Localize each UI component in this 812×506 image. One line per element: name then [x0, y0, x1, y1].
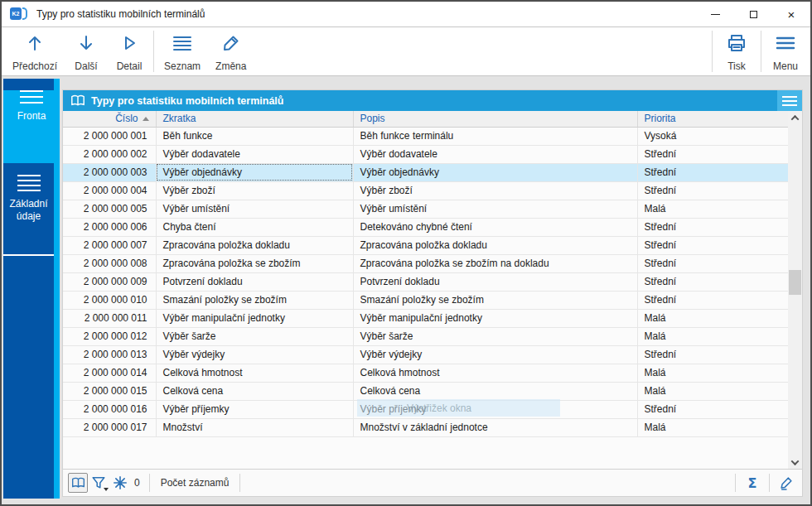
cell-popis[interactable]: Potvrzení dokladu — [353, 272, 637, 291]
menu-button[interactable]: Menu — [764, 27, 807, 75]
table-row[interactable]: 2 000 000 001Běh funkceBěh funkce termin… — [63, 127, 789, 145]
table-row[interactable]: 2 000 000 017MnožstvíMnožství v základní… — [63, 418, 789, 436]
cell-cislo[interactable]: 2 000 000 006 — [63, 218, 156, 236]
cell-priorita[interactable]: Střední — [637, 218, 789, 236]
table-row[interactable]: 2 000 000 006Chyba čteníDetekováno chybn… — [63, 218, 789, 236]
cell-zkratka[interactable]: Výběr zboží — [156, 181, 353, 200]
cell-cislo[interactable]: 2 000 000 001 — [63, 127, 156, 145]
cell-priorita[interactable]: Malá — [637, 309, 789, 327]
cell-priorita[interactable]: Střední — [637, 145, 789, 163]
close-button[interactable]: × — [772, 2, 810, 27]
table-row[interactable]: 2 000 000 007Zpracována položka dokladuZ… — [63, 236, 789, 254]
cell-zkratka[interactable]: Celková cena — [156, 382, 353, 400]
table-row[interactable]: 2 000 000 013Výběr výdejkyVýběr výdejkyS… — [63, 345, 789, 364]
cell-zkratka[interactable]: Běh funkce — [156, 127, 353, 145]
minimize-button[interactable] — [696, 2, 734, 27]
scroll-down-button[interactable] — [788, 455, 802, 470]
cell-zkratka[interactable]: Výběr objednávky — [156, 163, 353, 181]
cell-priorita[interactable]: Malá — [637, 364, 789, 382]
cell-popis[interactable]: Smazání položky se zbožím — [353, 291, 637, 309]
cell-popis[interactable]: Zpracována položka dokladu — [353, 236, 637, 254]
cell-cislo[interactable]: 2 000 000 015 — [63, 382, 156, 400]
column-header-cislo[interactable]: Číslo — [63, 111, 156, 127]
table-row[interactable]: 2 000 000 009Potvrzení dokladuPotvrzení … — [63, 272, 789, 291]
cell-cislo[interactable]: 2 000 000 004 — [63, 181, 156, 200]
table-row[interactable]: 2 000 000 011Výběr manipulační jednotkyV… — [63, 309, 789, 327]
list-button[interactable]: Seznam — [157, 27, 208, 75]
next-button[interactable]: Další — [65, 27, 108, 75]
sum-button[interactable]: Σ — [742, 473, 763, 493]
cell-zkratka[interactable]: Množství — [156, 418, 353, 436]
cell-popis[interactable]: Výběr manipulační jednotky — [353, 309, 637, 327]
column-header-priorita[interactable]: Priorita — [637, 111, 789, 127]
cell-priorita[interactable]: Střední — [637, 254, 789, 272]
cell-zkratka[interactable]: Zpracována položka se zbožím — [156, 254, 353, 272]
table-row[interactable]: 2 000 000 003Výběr objednávkyVýběr objed… — [63, 163, 789, 181]
change-button[interactable]: Změna — [208, 27, 254, 75]
table-row[interactable]: 2 000 000 014Celková hmotnostCelková hmo… — [63, 364, 789, 382]
cell-cislo[interactable]: 2 000 000 016 — [63, 400, 156, 418]
cell-cislo[interactable]: 2 000 000 009 — [63, 272, 156, 291]
cell-cislo[interactable]: 2 000 000 012 — [63, 327, 156, 345]
book-view-button[interactable] — [68, 473, 88, 493]
cell-popis[interactable]: Výběr umístění — [353, 200, 637, 218]
vertical-scrollbar[interactable] — [788, 111, 802, 470]
cell-priorita[interactable]: Střední — [637, 291, 789, 309]
cell-cislo[interactable]: 2 000 000 005 — [63, 200, 156, 218]
cell-cislo[interactable]: 2 000 000 008 — [63, 254, 156, 272]
cell-priorita[interactable]: Malá — [637, 382, 789, 400]
sidebar-tab-zakladni-udaje[interactable]: Základní údaje — [3, 175, 54, 256]
cell-zkratka[interactable]: Zpracována položka dokladu — [156, 236, 353, 254]
cell-zkratka[interactable]: Výběr umístění — [156, 200, 353, 218]
previous-button[interactable]: Předchozí — [5, 27, 65, 75]
table-row[interactable]: 2 000 000 008Zpracována položka se zboží… — [63, 254, 789, 272]
cell-zkratka[interactable]: Chyba čtení — [156, 218, 353, 236]
table-row[interactable]: 2 000 000 005Výběr umístěníVýběr umístěn… — [63, 200, 789, 218]
cell-popis[interactable]: Výběr objednávky — [353, 163, 637, 181]
cell-popis[interactable]: Výběr výdejky — [353, 345, 637, 364]
cell-popis[interactable]: Celková hmotnost — [353, 364, 637, 382]
cell-zkratka[interactable]: Výběr příjemky — [156, 400, 353, 418]
table-row[interactable]: 2 000 000 016Výběr příjemkyVýběr příjemk… — [63, 400, 789, 418]
cell-popis[interactable]: Množství v základní jednotce — [353, 418, 637, 436]
cell-priorita[interactable]: Malá — [637, 200, 789, 218]
cell-priorita[interactable]: Střední — [637, 345, 789, 364]
cell-popis[interactable]: Výběr šarže — [353, 327, 637, 345]
table-row[interactable]: 2 000 000 012Výběr šaržeVýběr šaržeMalá — [63, 327, 789, 345]
table-row[interactable]: 2 000 000 004Výběr zbožíVýběr zbožíStřed… — [63, 181, 789, 200]
cell-zkratka[interactable]: Potvrzení dokladu — [156, 272, 353, 291]
cell-cislo[interactable]: 2 000 000 011 — [63, 309, 156, 327]
cell-priorita[interactable]: Střední — [637, 272, 789, 291]
cell-popis[interactable]: Detekováno chybné čtení — [353, 218, 637, 236]
print-button[interactable]: Tisk — [715, 27, 758, 75]
table-row[interactable]: 2 000 000 010Smazání položky se zbožímSm… — [63, 291, 789, 309]
edit-button[interactable] — [776, 473, 797, 493]
scroll-up-button[interactable] — [788, 111, 802, 125]
cell-cislo[interactable]: 2 000 000 013 — [63, 345, 156, 364]
panel-menu-button[interactable] — [777, 90, 802, 111]
detail-button[interactable]: Detail — [108, 27, 151, 75]
cell-cislo[interactable]: 2 000 000 017 — [63, 418, 156, 436]
cell-popis[interactable]: Výběr dodavatele — [353, 145, 637, 163]
column-header-popis[interactable]: Popis — [353, 111, 637, 127]
column-header-zkratka[interactable]: Zkratka — [156, 111, 353, 127]
table-row[interactable]: 2 000 000 002Výběr dodavateleVýběr dodav… — [63, 145, 789, 163]
cell-cislo[interactable]: 2 000 000 014 — [63, 364, 156, 382]
sidebar-tab-fronta[interactable]: Fronta — [3, 90, 60, 163]
cell-zkratka[interactable]: Výběr dodavatele — [156, 145, 353, 163]
cell-zkratka[interactable]: Výběr šarže — [156, 327, 353, 345]
cell-popis[interactable]: Výběr příjemky — [353, 400, 637, 418]
scrollbar-thumb[interactable] — [789, 270, 801, 295]
cell-priorita[interactable]: Střední — [637, 163, 789, 181]
cell-popis[interactable]: Celková cena — [353, 382, 637, 400]
cell-cislo[interactable]: 2 000 000 002 — [63, 145, 156, 163]
cell-popis[interactable]: Zpracována položka se zbožím na dokladu — [353, 254, 637, 272]
cell-priorita[interactable]: Vysoká — [637, 127, 789, 145]
cell-cislo[interactable]: 2 000 000 010 — [63, 291, 156, 309]
cell-zkratka[interactable]: Výběr manipulační jednotky — [156, 309, 353, 327]
cell-zkratka[interactable]: Celková hmotnost — [156, 364, 353, 382]
cell-priorita[interactable]: Střední — [637, 181, 789, 200]
cell-zkratka[interactable]: Výběr výdejky — [156, 345, 353, 364]
wildcard-button[interactable] — [109, 473, 131, 493]
filter-button[interactable] — [88, 473, 109, 493]
